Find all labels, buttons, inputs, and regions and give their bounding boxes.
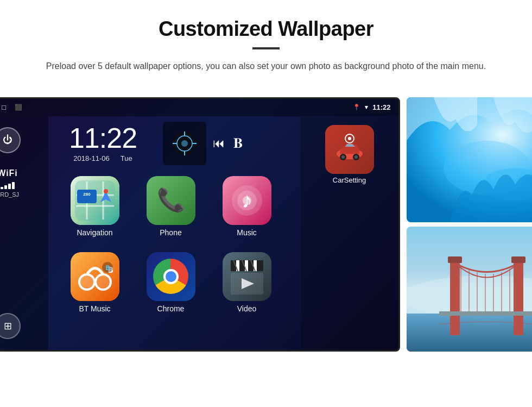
svg-text:📞: 📞: [157, 186, 186, 214]
page-title: Customized Wallpaper: [33, 17, 499, 41]
svg-point-26: [96, 274, 111, 290]
phone-label: Phone: [160, 228, 181, 237]
wifi-status-icon: ▾: [365, 104, 368, 111]
page-subtitle: Preload over 5 default wallpaper options…: [43, 59, 489, 73]
status-left: ◁ ○ □ ⬛: [0, 103, 22, 111]
chrome-label: Chrome: [157, 304, 185, 313]
svg-point-2: [181, 140, 188, 147]
svg-rect-68: [407, 227, 533, 352]
app-phone[interactable]: 📞 Phone: [136, 176, 206, 247]
wallpaper-bridge[interactable]: [407, 227, 533, 352]
music-icon: ♪: [223, 176, 271, 225]
clock-area: 11:22 2018-11-06 Tue: [49, 116, 301, 171]
wifi-label: WiFi: [0, 168, 19, 178]
carsetting-area: CarSetting: [301, 116, 398, 350]
clock-date: 2018-11-06 Tue: [60, 154, 147, 162]
power-button[interactable]: ⏻: [0, 127, 21, 153]
clock-date-value: 2018-11-06: [73, 154, 110, 162]
app-music[interactable]: ♪ Music: [212, 176, 282, 247]
title-divider: [252, 47, 280, 49]
sidebar-bottom: ⊞: [0, 313, 21, 339]
recents-icon[interactable]: □: [2, 103, 6, 111]
device-main: 11:22 2018-11-06 Tue: [49, 116, 301, 350]
clock-block: 11:22 2018-11-06 Tue: [60, 124, 147, 162]
svg-rect-35: [257, 260, 263, 271]
carsetting-block[interactable]: CarSetting: [301, 116, 398, 189]
svg-rect-24: [71, 252, 119, 301]
wallpaper-thumbnails: [407, 97, 533, 352]
app-chrome[interactable]: Chrome: [136, 252, 206, 323]
svg-point-45: [354, 155, 358, 159]
music-label: Music: [237, 228, 257, 237]
chrome-icon: [147, 252, 195, 301]
location-icon: 📍: [353, 104, 360, 111]
app-btmusic[interactable]: ʙ ʙ BT Music: [60, 252, 130, 323]
svg-point-43: [341, 155, 345, 159]
video-icon: [223, 252, 271, 301]
btmusic-label: BT Music: [79, 304, 110, 313]
device-content: ⏻ WiFi SRD_SJ ⊞: [0, 116, 398, 350]
svg-point-47: [348, 137, 351, 140]
clock-time: 11:22: [60, 124, 147, 152]
title-letter-k: 𝐁: [233, 135, 243, 152]
svg-text:♪: ♪: [242, 188, 252, 212]
apps-button[interactable]: ⊞: [0, 313, 21, 339]
svg-text:280: 280: [83, 192, 91, 197]
wifi-bar-2: [4, 185, 7, 189]
carsetting-label: CarSetting: [333, 176, 366, 184]
svg-text:ʙ: ʙ: [105, 263, 110, 272]
left-sidebar: ⏻ WiFi SRD_SJ ⊞: [0, 116, 49, 350]
media-icons: ⏮ 𝐁: [163, 122, 243, 165]
power-icon: ⏻: [3, 134, 12, 146]
wifi-bar-1: [1, 187, 3, 189]
page-header: Customized Wallpaper Preload over 5 defa…: [0, 0, 532, 84]
status-right: 📍 ▾ 11:22: [353, 103, 390, 111]
wifi-bar-4: [12, 182, 15, 189]
svg-point-16: [104, 189, 108, 193]
device-frame: ◁ ○ □ ⬛ 📍 ▾ 11:22 ⏻ WiFi: [0, 97, 400, 352]
app-navigation[interactable]: 280 Navigation: [60, 176, 130, 247]
apps-grid-icon: ⊞: [4, 320, 12, 332]
prev-track-button[interactable]: ⏮: [213, 136, 225, 151]
btmusic-icon: ʙ ʙ: [71, 252, 119, 301]
status-bar: ◁ ○ □ ⬛ 📍 ▾ 11:22: [0, 99, 398, 116]
wifi-bars: [0, 180, 19, 189]
wifi-ssid: SRD_SJ: [0, 191, 19, 198]
phone-icon: 📞: [147, 176, 195, 225]
navigation-icon: 280: [71, 176, 119, 225]
media-card: [163, 122, 206, 165]
app-grid: 280 Navigation: [49, 171, 301, 328]
navigation-label: Navigation: [77, 228, 112, 237]
status-time: 11:22: [372, 103, 390, 111]
wifi-bar-3: [8, 184, 11, 189]
svg-point-25: [79, 274, 94, 290]
wallpaper-ice[interactable]: [407, 97, 533, 222]
right-panel: CarSetting: [301, 116, 398, 350]
app-video[interactable]: Video: [212, 252, 282, 323]
clock-day-value: Tue: [121, 154, 132, 162]
video-label: Video: [237, 304, 257, 313]
main-content: ◁ ○ □ ⬛ 📍 ▾ 11:22 ⏻ WiFi: [0, 84, 532, 368]
wifi-info: WiFi SRD_SJ: [0, 168, 19, 198]
screenshot-icon[interactable]: ⬛: [15, 104, 22, 111]
sidebar-top: ⏻ WiFi SRD_SJ: [0, 127, 21, 198]
